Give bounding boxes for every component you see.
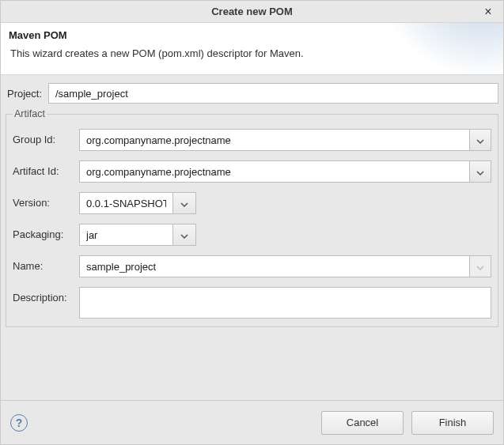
project-row: Project: xyxy=(6,83,498,104)
packaging-row: Packaging: xyxy=(13,224,491,246)
description-row: Description: xyxy=(13,287,491,319)
close-icon[interactable]: × xyxy=(478,1,498,23)
description-label: Description: xyxy=(13,287,79,304)
chevron-down-icon xyxy=(476,261,484,273)
version-label: Version: xyxy=(13,192,79,209)
cancel-button[interactable]: Cancel xyxy=(321,411,404,435)
groupid-label: Group Id: xyxy=(13,129,79,145)
artifact-legend: Artifact xyxy=(13,108,47,119)
groupid-input[interactable] xyxy=(79,129,469,151)
chevron-down-icon xyxy=(180,198,188,209)
artifactid-input[interactable] xyxy=(79,160,469,183)
name-row: Name: xyxy=(13,255,491,277)
groupid-row: Group Id: xyxy=(13,129,491,151)
chevron-down-icon xyxy=(476,134,484,146)
finish-button[interactable]: Finish xyxy=(411,411,494,435)
name-dropdown-button xyxy=(469,255,491,277)
footer: ? Cancel Finish xyxy=(1,400,503,444)
artifactid-row: Artifact Id: xyxy=(13,160,491,183)
name-combo xyxy=(79,255,491,277)
version-input[interactable] xyxy=(79,192,172,214)
artifact-group: Artifact Group Id: Artifact Id: xyxy=(6,108,498,327)
banner-title: Maven POM xyxy=(9,29,495,41)
banner-description: This wizard creates a new POM (pom.xml) … xyxy=(9,47,495,59)
description-input[interactable] xyxy=(79,287,491,319)
name-label: Name: xyxy=(13,255,79,272)
version-combo xyxy=(79,192,198,214)
packaging-dropdown-button[interactable] xyxy=(172,224,196,246)
window-title: Create new POM xyxy=(211,6,293,17)
version-dropdown-button[interactable] xyxy=(172,192,196,214)
name-input[interactable] xyxy=(79,255,469,277)
packaging-input[interactable] xyxy=(79,224,172,246)
groupid-dropdown-button[interactable] xyxy=(469,129,491,151)
artifactid-label: Artifact Id: xyxy=(13,160,79,177)
groupid-combo xyxy=(79,129,491,151)
packaging-combo xyxy=(79,224,198,246)
help-icon[interactable]: ? xyxy=(10,414,28,432)
project-label: Project: xyxy=(6,88,48,100)
chevron-down-icon xyxy=(180,229,188,241)
chevron-down-icon xyxy=(476,166,484,178)
banner: Maven POM This wizard creates a new POM … xyxy=(1,23,503,75)
titlebar: Create new POM × xyxy=(1,1,503,23)
version-row: Version: xyxy=(13,192,491,214)
artifactid-dropdown-button[interactable] xyxy=(469,160,491,183)
artifactid-combo xyxy=(79,160,491,183)
dialog-body: Project: Artifact Group Id: Artifact Id: xyxy=(1,75,503,400)
project-input[interactable] xyxy=(48,83,498,104)
dialog-window: Create new POM × Maven POM This wizard c… xyxy=(0,0,504,445)
packaging-label: Packaging: xyxy=(13,224,79,240)
